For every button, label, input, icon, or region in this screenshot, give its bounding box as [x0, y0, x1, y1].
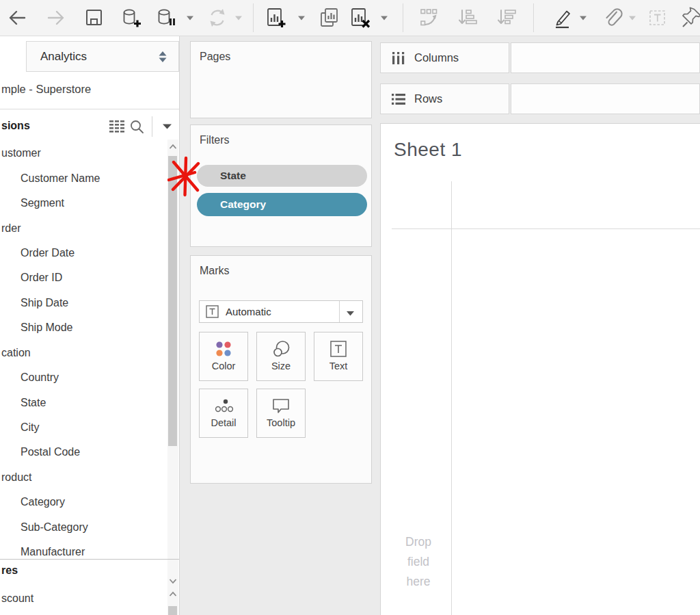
- refresh-dropdown-caret-icon[interactable]: [234, 15, 243, 21]
- marks-card[interactable]: Marks Automatic Color: [190, 255, 372, 484]
- color-button[interactable]: Color: [199, 332, 248, 381]
- new-worksheet-icon[interactable]: [265, 6, 288, 29]
- size-button-label: Size: [271, 361, 291, 371]
- dimensions-list: ustomerCustomer NameSegmentrderOrder Dat…: [0, 141, 167, 559]
- rows-shelf-drop-area[interactable]: [511, 83, 700, 114]
- filter-pill-category[interactable]: Category: [197, 193, 367, 216]
- dimension-field[interactable]: Sub-Category: [0, 515, 167, 540]
- scroll-down-icon[interactable]: [169, 578, 177, 584]
- filters-card[interactable]: Filters State Category: [190, 125, 372, 247]
- filter-pill-state[interactable]: State: [197, 165, 367, 187]
- data-source-name[interactable]: mple - Superstore: [1, 83, 91, 96]
- axis-gridline-vertical: [451, 181, 452, 615]
- tooltip-button-label: Tooltip: [267, 417, 295, 428]
- filter-pill-label: Category: [220, 198, 266, 211]
- marks-card-title: Marks: [200, 265, 230, 277]
- save-icon[interactable]: [83, 6, 106, 29]
- drop-field-hint: Drop field here: [388, 532, 449, 592]
- dimensions-menu-caret-icon[interactable]: [162, 123, 172, 129]
- measure-field[interactable]: scount: [1, 592, 33, 605]
- forward-icon[interactable]: [44, 6, 68, 29]
- measures-header: res: [1, 564, 18, 577]
- detail-button[interactable]: Detail: [199, 389, 248, 438]
- data-pane: Analytics mple - Superstore sions ustome…: [0, 36, 180, 615]
- dimension-field[interactable]: Order Date: [0, 241, 167, 265]
- tooltip-button[interactable]: Tooltip: [256, 389, 306, 438]
- measures-divider: [0, 559, 179, 560]
- text-button-label: Text: [329, 361, 348, 371]
- mark-type-value: Automatic: [226, 306, 271, 317]
- dimension-field[interactable]: Ship Date: [0, 291, 167, 315]
- dimension-field[interactable]: Order ID: [0, 265, 167, 290]
- dimension-field[interactable]: Ship Mode: [0, 315, 167, 340]
- pages-card[interactable]: Pages: [190, 41, 372, 118]
- size-button[interactable]: Size: [256, 332, 306, 381]
- tab-collapse-icon[interactable]: [158, 51, 167, 63]
- text-mark-icon: [206, 305, 219, 318]
- highlight-dropdown-caret-icon[interactable]: [579, 15, 587, 21]
- mark-type-dropdown[interactable]: Automatic: [199, 300, 363, 323]
- pages-card-title: Pages: [200, 51, 230, 63]
- detail-icon: [213, 396, 234, 415]
- clear-sheet-icon[interactable]: [349, 6, 372, 29]
- rows-icon: [391, 92, 406, 106]
- dimension-group[interactable]: roduct: [0, 465, 167, 490]
- highlight-icon[interactable]: [550, 6, 574, 29]
- sort-descending-icon[interactable]: [496, 6, 519, 29]
- dimension-field[interactable]: City: [0, 415, 167, 440]
- header-divider: [152, 116, 152, 137]
- tooltip-icon: [271, 396, 291, 415]
- detail-button-label: Detail: [211, 417, 236, 428]
- dimension-field[interactable]: Category: [0, 490, 167, 514]
- color-icon: [213, 339, 234, 358]
- back-icon[interactable]: [5, 6, 29, 29]
- new-sheet-dropdown-caret-icon[interactable]: [297, 15, 306, 21]
- toolbar-divider: [533, 3, 534, 32]
- pane-divider: [0, 109, 179, 109]
- filters-card-title: Filters: [200, 134, 230, 146]
- toolbar-divider: [253, 3, 254, 32]
- dimension-field[interactable]: Country: [0, 365, 167, 390]
- filter-pill-label: State: [220, 170, 246, 182]
- dimension-group[interactable]: cation: [0, 341, 167, 365]
- dimensions-header-row: sions: [0, 113, 179, 140]
- dimension-field[interactable]: Customer Name: [0, 166, 167, 190]
- add-data-source-icon[interactable]: [120, 6, 143, 29]
- duplicate-sheet-icon[interactable]: [317, 6, 340, 29]
- dimension-group[interactable]: rder: [0, 215, 167, 240]
- dimension-field[interactable]: Manufacturer: [0, 540, 167, 559]
- dropdown-divider: [339, 301, 340, 322]
- show-mark-labels-icon[interactable]: [646, 6, 669, 29]
- scrollbar-thumb[interactable]: [168, 606, 177, 615]
- tab-analytics[interactable]: Analytics: [26, 41, 179, 72]
- worksheet-canvas[interactable]: Sheet 1 Drop field here: [380, 123, 700, 615]
- refresh-data-icon[interactable]: [206, 6, 229, 29]
- toolbar: [0, 0, 700, 36]
- dimension-group[interactable]: ustomer: [0, 141, 167, 166]
- clear-dropdown-caret-icon[interactable]: [380, 15, 388, 21]
- pin-icon[interactable]: [680, 6, 700, 29]
- search-icon[interactable]: [129, 119, 144, 134]
- pause-data-updates-icon[interactable]: [155, 6, 178, 29]
- dimension-field[interactable]: Segment: [0, 191, 167, 215]
- color-button-label: Color: [212, 361, 236, 371]
- columns-shelf-title: Columns: [414, 51, 459, 64]
- view-as-list-icon[interactable]: [109, 119, 125, 134]
- columns-shelf-label: Columns: [380, 42, 509, 73]
- attach-dropdown-caret-icon[interactable]: [628, 15, 636, 21]
- measures-scrollbar[interactable]: [167, 588, 178, 615]
- attach-paperclip-icon[interactable]: [601, 6, 624, 29]
- text-button[interactable]: Text: [314, 332, 363, 381]
- dimension-field[interactable]: State: [0, 390, 167, 415]
- swap-rows-columns-icon[interactable]: [417, 6, 440, 29]
- pause-dropdown-caret-icon[interactable]: [186, 15, 194, 21]
- scroll-up-icon[interactable]: [169, 591, 177, 597]
- dimensions-scrollbar[interactable]: [167, 140, 178, 595]
- mark-type-caret-icon[interactable]: [346, 311, 355, 316]
- scroll-up-icon[interactable]: [169, 144, 177, 150]
- sort-ascending-icon[interactable]: [457, 6, 480, 29]
- columns-shelf-drop-area[interactable]: [511, 42, 700, 73]
- analytics-tab-label: Analytics: [40, 50, 87, 64]
- scrollbar-thumb[interactable]: [168, 156, 177, 446]
- dimension-field[interactable]: Postal Code: [0, 440, 167, 464]
